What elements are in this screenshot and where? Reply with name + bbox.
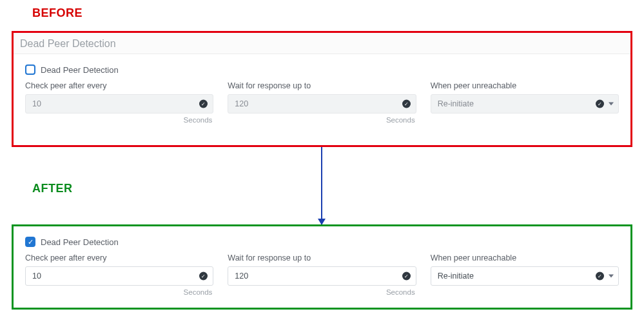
when-unreachable-label: When peer unreachable [431, 81, 619, 90]
before-panel: Dead Peer Detection Dead Peer Detection … [12, 31, 632, 147]
wait-response-input[interactable]: 120 ✓ [228, 94, 416, 114]
flow-arrow [321, 147, 322, 224]
check-peer-value: 10 [32, 99, 41, 108]
when-unreachable-label: When peer unreachable [431, 253, 619, 262]
check-peer-value: 10 [32, 272, 41, 281]
wait-response-unit: Seconds [228, 116, 416, 124]
valid-icon: ✓ [596, 100, 604, 108]
check-peer-field: Check peer after every 10 ✓ Seconds [25, 81, 213, 124]
chevron-down-icon [609, 103, 614, 106]
after-panel: ✓ Dead Peer Detection Check peer after e… [12, 224, 632, 310]
check-peer-input[interactable]: 10 ✓ [25, 266, 213, 286]
valid-icon: ✓ [402, 100, 411, 108]
wait-response-input[interactable]: 120 ✓ [228, 266, 416, 286]
after-label: AFTER [32, 182, 73, 195]
when-unreachable-select[interactable]: Re-initiate ✓ [431, 94, 619, 114]
chevron-down-icon [609, 275, 614, 278]
dpd-checkbox-unchecked[interactable] [25, 64, 35, 75]
valid-icon: ✓ [402, 272, 411, 281]
when-unreachable-value: Re-initiate [438, 99, 474, 108]
check-peer-field: Check peer after every 10 ✓ Seconds [25, 253, 213, 296]
wait-response-unit: Seconds [228, 288, 416, 296]
check-peer-label: Check peer after every [25, 81, 213, 90]
when-unreachable-select[interactable]: Re-initiate ✓ [431, 266, 619, 286]
valid-icon: ✓ [596, 272, 604, 281]
check-peer-input[interactable]: 10 ✓ [25, 94, 213, 114]
check-peer-unit: Seconds [25, 116, 213, 124]
when-unreachable-field: When peer unreachable Re-initiate ✓ [431, 253, 619, 296]
wait-response-value: 120 [235, 272, 248, 281]
wait-response-field: Wait for response up to 120 ✓ Seconds [228, 253, 416, 296]
wait-response-field: Wait for response up to 120 ✓ Seconds [228, 81, 416, 124]
dpd-checkbox-label: Dead Peer Detection [41, 237, 119, 247]
valid-icon: ✓ [199, 272, 208, 281]
dpd-checkbox-checked[interactable]: ✓ [25, 237, 35, 247]
check-peer-label: Check peer after every [25, 253, 213, 262]
dpd-checkbox-label: Dead Peer Detection [41, 65, 119, 75]
wait-response-label: Wait for response up to [228, 253, 416, 262]
valid-icon: ✓ [199, 100, 208, 108]
before-label: BEFORE [32, 6, 83, 20]
when-unreachable-field: When peer unreachable Re-initiate ✓ [431, 81, 619, 124]
section-title: Dead Peer Detection [14, 33, 630, 54]
check-peer-unit: Seconds [25, 288, 213, 296]
wait-response-value: 120 [235, 99, 248, 108]
wait-response-label: Wait for response up to [228, 81, 416, 90]
when-unreachable-value: Re-initiate [438, 272, 474, 281]
